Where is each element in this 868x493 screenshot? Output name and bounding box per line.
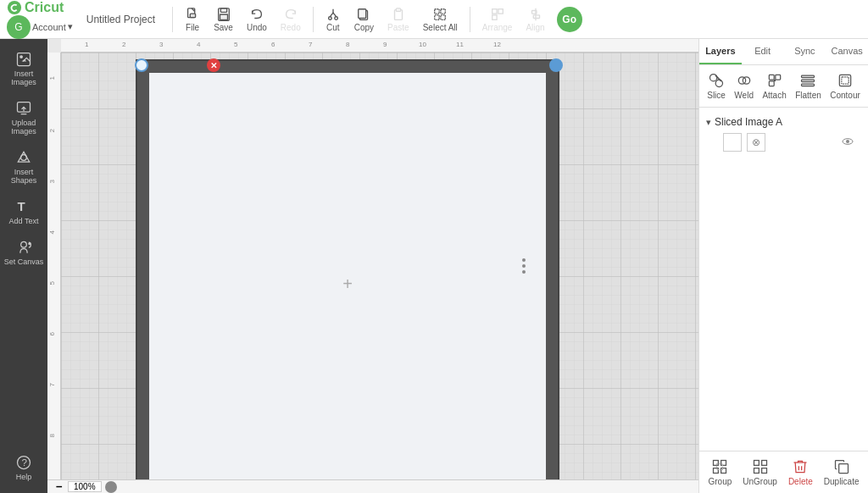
canvas-content[interactable]: + ✕	[61, 53, 698, 479]
arrange-button[interactable]: Arrange	[477, 5, 518, 34]
separator-1	[172, 7, 173, 32]
svg-rect-9	[359, 8, 366, 18]
slice-tool[interactable]: Slice	[704, 70, 729, 102]
selection-handle-tl[interactable]	[135, 58, 148, 72]
go-button[interactable]: Go	[557, 7, 582, 32]
svg-rect-51	[721, 461, 726, 466]
svg-rect-54	[717, 464, 723, 470]
svg-rect-17	[498, 8, 502, 13]
svg-rect-16	[492, 8, 496, 13]
tab-canvas[interactable]: Canvas	[826, 39, 868, 64]
separator-3	[470, 7, 470, 32]
svg-rect-58	[761, 468, 766, 474]
logo-area: Cricut G Account ▾	[7, 0, 73, 39]
layer-group-name: Sliced Image A	[715, 116, 782, 128]
svg-point-38	[743, 77, 749, 84]
svg-rect-52	[714, 468, 719, 474]
weld-tool[interactable]: Weld	[731, 70, 757, 102]
svg-rect-40	[775, 75, 780, 80]
dot-2	[522, 264, 526, 268]
cricut-logo: Cricut	[7, 0, 64, 15]
toolbar: Cricut G Account ▾ Untitled Project File…	[0, 0, 868, 39]
save-button[interactable]: Save	[209, 5, 238, 34]
dot-3	[522, 270, 526, 274]
svg-point-0	[8, 0, 21, 14]
paste-button[interactable]: Paste	[382, 5, 415, 34]
copy-button[interactable]: Copy	[349, 5, 379, 34]
svg-rect-5	[220, 14, 227, 19]
design-paper: +	[149, 73, 546, 479]
sidebar-item-add-text[interactable]: T Add Text	[0, 193, 47, 230]
tab-sync[interactable]: Sync	[784, 39, 826, 64]
svg-point-6	[328, 16, 331, 19]
canvas-area: 1 2 3 4 5 6 7 8 9 10 11 12 1 2 3 4 5	[47, 39, 698, 493]
undo-button[interactable]: Undo	[242, 5, 272, 34]
select-all-button[interactable]: Select All	[418, 5, 463, 34]
dot-1	[522, 258, 526, 262]
file-button[interactable]: File	[180, 5, 205, 34]
ungroup-button[interactable]: UnGroup	[739, 457, 781, 488]
svg-point-23	[20, 56, 22, 58]
cut-button[interactable]: Cut	[320, 5, 346, 34]
delete-button[interactable]: Delete	[785, 457, 816, 488]
right-panel: Layers Edit Sync Canvas Slice Weld Attac…	[698, 39, 868, 493]
duplicate-button[interactable]: Duplicate	[821, 457, 863, 488]
svg-rect-55	[754, 461, 759, 466]
svg-rect-14	[435, 14, 439, 19]
group-button[interactable]: Group	[705, 457, 736, 488]
layer-actions: Group UnGroup Delete Duplicate	[699, 451, 868, 493]
layer-thumbnail-white	[723, 133, 742, 152]
contour-tool[interactable]: Contour	[826, 70, 864, 102]
layer-group-header[interactable]: ▾ Sliced Image A	[706, 114, 861, 130]
svg-rect-45	[802, 84, 815, 86]
center-cross: +	[342, 274, 353, 294]
svg-rect-59	[838, 464, 848, 474]
sidebar-item-insert-shapes[interactable]: Insert Shapes	[0, 144, 47, 190]
tab-layers[interactable]: Layers	[699, 39, 742, 64]
close-selection-button[interactable]: ✕	[207, 58, 220, 72]
align-button[interactable]: Align	[520, 5, 549, 34]
account-button[interactable]: G Account ▾	[7, 15, 73, 39]
left-sidebar: Insert Images Upload Images Insert Shape…	[0, 39, 47, 493]
sidebar-item-set-canvas[interactable]: Set Canvas	[0, 234, 47, 271]
svg-rect-53	[721, 468, 726, 474]
ruler-horizontal: 1 2 3 4 5 6 7 8 9 10 11 12	[61, 39, 698, 53]
zoom-input[interactable]	[68, 481, 102, 492]
svg-rect-11	[396, 8, 400, 11]
svg-rect-12	[435, 8, 439, 13]
svg-rect-15	[441, 14, 445, 19]
redo-button[interactable]: Redo	[275, 5, 306, 34]
ruler-vertical: 1 2 3 4 5 6 7 8	[47, 53, 61, 479]
svg-text:T: T	[18, 199, 25, 213]
account-avatar: G	[7, 15, 31, 39]
svg-point-34	[710, 75, 717, 81]
svg-rect-18	[492, 14, 496, 19]
attach-tool[interactable]: Attach	[759, 70, 789, 102]
layer-item[interactable]: ⊗	[706, 130, 861, 155]
zoom-out-button[interactable]: −	[54, 480, 64, 493]
layer-visibility-button[interactable]	[841, 135, 854, 151]
right-panel-tabs: Layers Edit Sync Canvas	[699, 39, 868, 65]
svg-rect-57	[754, 468, 759, 474]
svg-rect-43	[802, 75, 815, 78]
design-mat[interactable]: +	[136, 59, 559, 479]
layer-list: ▾ Sliced Image A ⊗	[699, 108, 868, 451]
sidebar-item-upload-images[interactable]: Upload Images	[0, 95, 47, 141]
svg-point-29	[29, 243, 31, 245]
zoom-control[interactable]	[105, 481, 117, 493]
svg-point-7	[335, 16, 338, 19]
sidebar-item-insert-images[interactable]: Insert Images	[0, 46, 47, 91]
svg-rect-41	[769, 81, 774, 86]
flatten-tool[interactable]: Flatten	[792, 70, 825, 102]
svg-rect-13	[441, 8, 445, 13]
project-title: Untitled Project	[86, 14, 155, 25]
svg-rect-44	[802, 80, 815, 82]
panel-collapse-dots[interactable]	[519, 255, 529, 277]
tab-edit[interactable]: Edit	[742, 39, 784, 64]
selection-handle-tr[interactable]	[549, 58, 563, 72]
separator-2	[313, 7, 314, 32]
sidebar-item-help[interactable]: ? Help	[0, 449, 47, 486]
svg-point-26	[21, 155, 27, 161]
svg-rect-47	[842, 77, 849, 84]
layer-tools: Slice Weld Attach Flatten Contour	[699, 65, 868, 108]
